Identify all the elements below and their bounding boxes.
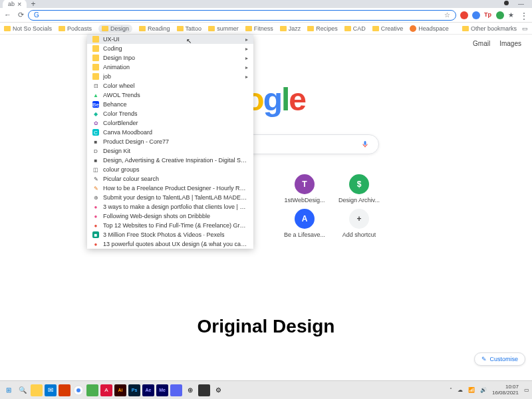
folder-icon xyxy=(102,26,108,31)
mail-icon[interactable]: ✉ xyxy=(45,384,57,396)
dropdown-item[interactable]: CCanva Moodboard xyxy=(87,128,253,137)
folder-icon xyxy=(177,26,184,31)
ext-icon[interactable]: ★ xyxy=(508,11,516,19)
minimize-icon[interactable]: — xyxy=(518,1,524,7)
volume-icon[interactable]: 🔊 xyxy=(480,387,487,393)
dropdown-item[interactable]: ■3 Million Free Stock Photos & Videos · … xyxy=(87,230,253,239)
favicon-icon: ✎ xyxy=(92,176,99,182)
tray-chevron-icon[interactable]: ˄ xyxy=(450,387,452,393)
bookmark-summer[interactable]: summer xyxy=(208,25,239,32)
images-link[interactable]: Images xyxy=(499,40,521,47)
notifications-icon[interactable]: ▭ xyxy=(524,387,529,393)
dropdown-item[interactable]: ●Following Web-design shots on Dribbble xyxy=(87,211,253,221)
dropdown-folder[interactable]: UX-UI▸ xyxy=(87,35,253,44)
wifi-icon[interactable]: 📶 xyxy=(468,387,475,393)
ext-icon[interactable] xyxy=(460,11,468,19)
chrome-icon[interactable] xyxy=(72,384,84,396)
mediaencoder-icon[interactable]: Me xyxy=(156,384,168,396)
app-icon[interactable] xyxy=(170,384,182,396)
office-icon[interactable] xyxy=(59,384,70,396)
chevron-right-icon: ▸ xyxy=(245,74,248,80)
dropdown-folder[interactable]: Design Inpo▸ xyxy=(87,53,253,63)
dropdown-item[interactable]: BeBehance xyxy=(87,100,253,109)
settings-icon[interactable]: ⚙ xyxy=(212,384,224,396)
dropdown-item[interactable]: ✎Picular colour search xyxy=(87,174,253,184)
headspace-icon xyxy=(410,25,416,32)
chevron-right-icon: ▸ xyxy=(245,46,248,52)
clock[interactable]: 10:07 16/08/2021 xyxy=(492,384,519,396)
dropdown-item[interactable]: ◫colour groups xyxy=(87,165,253,174)
active-tab[interactable]: ab × xyxy=(3,0,27,9)
shortcut[interactable]: +Add shortcut xyxy=(334,209,384,238)
dropdown-folder[interactable]: Animation▸ xyxy=(87,63,253,72)
customise-button[interactable]: ✎ Customise xyxy=(474,352,525,366)
favicon-icon: D xyxy=(92,148,99,154)
app-icon[interactable]: ⊕ xyxy=(184,384,196,396)
dropdown-item[interactable]: ▲AWOL Trends xyxy=(87,90,253,100)
star-icon[interactable]: ☆ xyxy=(444,11,450,19)
acrobat-icon[interactable]: A xyxy=(100,384,112,396)
explorer-icon[interactable] xyxy=(31,384,43,396)
shortcut[interactable]: $Design Archiv... xyxy=(334,174,384,203)
back-icon[interactable]: ← xyxy=(4,11,11,19)
bookmark-cad[interactable]: CAD xyxy=(344,25,366,32)
bookmark-tattoo[interactable]: Tattoo xyxy=(177,25,202,32)
bookmark-headspace[interactable]: Headspace xyxy=(410,25,449,32)
dropdown-item[interactable]: ●13 powerful quotes about UX design (& w… xyxy=(87,239,253,249)
reload-icon[interactable]: ⟳ xyxy=(18,11,24,19)
mic-icon[interactable] xyxy=(361,140,369,149)
reading-list-icon[interactable]: ▭ xyxy=(522,25,528,32)
folder-icon xyxy=(280,26,287,31)
folder-icon xyxy=(92,64,99,70)
ext-icon[interactable]: Tp xyxy=(484,11,492,19)
folder-icon xyxy=(4,26,11,31)
bookmark-creative[interactable]: Creative xyxy=(372,25,404,32)
folder-icon xyxy=(139,26,146,31)
aftereffects-icon[interactable]: Ae xyxy=(142,384,154,396)
shortcut[interactable]: ABe a Lifesave... xyxy=(279,209,330,238)
shortcuts-grid: T1stWebDesig...$Design Archiv...ABe a Li… xyxy=(279,174,384,238)
favicon-icon: ◫ xyxy=(92,166,99,173)
menu-icon[interactable]: ⋮ xyxy=(520,11,528,19)
pencil-icon: ✎ xyxy=(481,356,487,362)
gmail-link[interactable]: Gmail xyxy=(473,40,490,47)
bookmark-recipes[interactable]: Recipes xyxy=(307,25,338,32)
app-icon[interactable] xyxy=(86,384,98,396)
dropdown-item[interactable]: ■Product Design - Core77 xyxy=(87,137,253,146)
dropdown-item[interactable]: DDesign Kit xyxy=(87,146,253,156)
dropdown-item[interactable]: ⊡Color wheel xyxy=(87,81,253,90)
folder-icon xyxy=(245,26,252,31)
shortcut[interactable]: T1stWebDesig... xyxy=(279,174,330,203)
dot-icon xyxy=(504,1,509,5)
start-icon[interactable]: ⊞ xyxy=(3,384,15,396)
dropdown-item[interactable]: ■Design, Advertising & Creative Inspirat… xyxy=(87,156,253,165)
bookmark-reading[interactable]: Reading xyxy=(139,25,170,32)
dropdown-folder[interactable]: Coding▸ xyxy=(87,44,253,53)
dropdown-folder[interactable]: job▸ xyxy=(87,72,253,81)
bookmark-design[interactable]: Design xyxy=(98,25,132,33)
illustrator-icon[interactable]: Ai xyxy=(114,384,126,396)
dropdown-item[interactable]: ●Top 12 Websites to Find Full-Time (& Fr… xyxy=(87,221,253,230)
search-icon[interactable]: 🔍 xyxy=(17,384,29,396)
dropdown-item[interactable]: ●3 ways to make a design portfolio that … xyxy=(87,202,253,211)
cloud-icon[interactable]: ☁ xyxy=(458,387,463,393)
photoshop-icon[interactable]: Ps xyxy=(128,384,140,396)
bookmark-podcasts[interactable]: Podcasts xyxy=(59,25,92,32)
ext-icon[interactable] xyxy=(496,11,504,19)
bookmark-fitness[interactable]: Fitness xyxy=(245,25,273,32)
folder-icon xyxy=(92,73,99,80)
other-bookmarks[interactable]: Other bookmarks xyxy=(462,25,517,32)
folder-icon xyxy=(344,26,351,31)
dropdown-item[interactable]: ⊕Submit your design to TalentLAB | Talen… xyxy=(87,193,253,202)
ext-icon[interactable] xyxy=(472,11,480,19)
dropdown-item[interactable]: ◆Color Trends xyxy=(87,109,253,118)
new-tab-button[interactable]: + xyxy=(31,0,35,9)
close-tab-icon[interactable]: × xyxy=(17,0,21,8)
chevron-right-icon: ▸ xyxy=(245,55,248,61)
address-bar[interactable]: G ☆ xyxy=(28,10,456,21)
dropdown-item[interactable]: ✎How to be a Freelance Product Designer … xyxy=(87,184,253,193)
bookmark-not-so-socials[interactable]: Not So Socials xyxy=(4,25,52,32)
bookmark-jazz[interactable]: Jazz xyxy=(280,25,301,32)
app-icon[interactable] xyxy=(198,384,210,396)
dropdown-item[interactable]: ✿ColorBlender xyxy=(87,118,253,128)
